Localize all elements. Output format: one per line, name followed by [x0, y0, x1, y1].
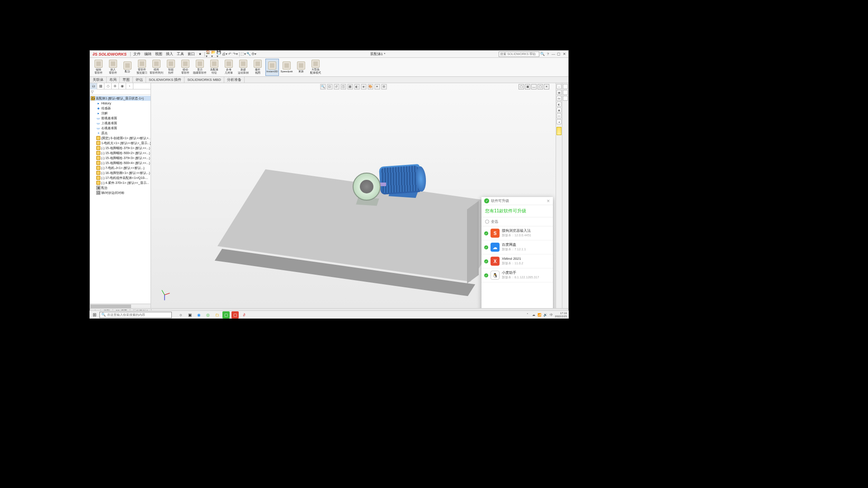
start-button[interactable]: ⊞	[91, 312, 98, 318]
tree-root[interactable]: 🗀装配体1 (默认<默认_显示状态-1>)	[90, 96, 151, 101]
tree-part-6[interactable]: (-) 7-电机-J<1> (默认<<默认...)	[95, 165, 151, 170]
hud-hideshow-icon[interactable]: 👁	[361, 84, 366, 89]
qat-options-icon[interactable]: ⚙▾	[251, 52, 257, 57]
tree-part-2[interactable]: (-) 15-地脚螺栓-379<1> (默认<<...)	[95, 145, 151, 150]
taskbar-explorer-icon[interactable]: 🗀	[213, 311, 221, 319]
hud-viewsetting-icon[interactable]: ⚙	[381, 84, 387, 89]
qat-print-icon[interactable]: 🖨▾	[222, 52, 227, 57]
tree-origin[interactable]: ⌖原点	[95, 131, 151, 136]
taskbar-app-4-icon[interactable]: ▢	[231, 311, 239, 319]
popup-select-all[interactable]: 全选	[481, 217, 553, 226]
popup-item-2[interactable]: ✓ X XMind 2021新版本：11.0.2	[481, 254, 553, 268]
cm-tab-5[interactable]: SOLIDWORKS MBD	[184, 77, 224, 83]
tree-sensors[interactable]: ◈传感器	[95, 106, 151, 111]
hud-displaystyle-icon[interactable]: ◐	[354, 84, 359, 89]
qat-rebuild-icon[interactable]: 🔧	[246, 52, 251, 57]
ribbon-btn-12[interactable]: Instant3D	[265, 59, 279, 76]
ribbon-btn-0[interactable]: 编辑 零部件	[92, 59, 105, 76]
vp-1-icon[interactable]: ▢	[519, 84, 524, 89]
menu-window[interactable]: 窗口	[186, 52, 197, 56]
menu-view[interactable]: 视图	[153, 52, 164, 56]
cm-tab-2[interactable]: 草图	[120, 77, 133, 83]
ribbon-btn-11[interactable]: 爆炸 视图	[251, 59, 264, 76]
tree-front-pl[interactable]: ▭前视基准面	[95, 116, 151, 121]
hud-editappear-icon[interactable]: 🎨	[368, 84, 373, 89]
menu-edit[interactable]: 编辑	[142, 52, 153, 56]
taskbar-search-input[interactable]	[107, 313, 170, 316]
fm-tab-other-icon[interactable]: ◉	[119, 83, 126, 89]
coordinate-triad[interactable]	[159, 289, 170, 300]
fm-tab-config-icon[interactable]: ◇	[104, 83, 112, 89]
tray-cloud-icon[interactable]: ☁	[531, 313, 536, 317]
window-maximize-button[interactable]: ▢	[557, 52, 561, 56]
tree-part-8[interactable]: (-) 17-电机组件装配体<1>/Q10-...	[95, 175, 151, 180]
vp-close-icon[interactable]: ✕	[544, 84, 549, 89]
ribbon-btn-14[interactable]: 更新	[294, 59, 308, 76]
taskbar-edge-icon[interactable]: ◉	[195, 311, 203, 319]
vp-max-icon[interactable]: ▢	[538, 84, 543, 89]
qat-open-icon[interactable]: 📂▾	[211, 52, 217, 57]
popup-close-button[interactable]: ✕	[547, 199, 550, 203]
taskbar-search[interactable]: 🔍	[99, 312, 172, 318]
tree-part-7[interactable]: (-) 16-地脚垫圈<1> (默认<<默认...)	[95, 170, 151, 175]
hud-applyscene-icon[interactable]: ✦	[374, 84, 380, 89]
cm-tab-6[interactable]: 分析准备	[224, 77, 245, 83]
fm-tab-display-icon[interactable]: ⊕	[112, 83, 119, 89]
cm-tab-3[interactable]: 评估	[133, 77, 146, 83]
menu-tools[interactable]: 工具	[175, 52, 186, 56]
tree-annot[interactable]: ▸注解	[95, 111, 151, 116]
ribbon-btn-6[interactable]: 移动 零部件	[179, 59, 192, 76]
ribbon-btn-8[interactable]: 装配体 特征	[208, 59, 221, 76]
tpo-icon-3[interactable]	[563, 96, 568, 101]
qat-save-icon[interactable]: 💾▾	[217, 52, 222, 57]
graphics-viewport[interactable]: 🔍 ⊡ ↺ ◫ ▦ ◐ 👁 🎨 ✦ ⚙ ▢ ▣ — ▢ ✕	[151, 83, 556, 308]
check-icon[interactable]: ✓	[484, 231, 488, 235]
qat-redo-icon[interactable]: ↷▾	[233, 52, 238, 57]
tp-view-icon[interactable]: ◐	[557, 102, 561, 107]
check-icon[interactable]: ✓	[484, 259, 488, 263]
qat-select-icon[interactable]: ⬚▾	[241, 52, 246, 57]
fm-tab-tree-icon[interactable]: 🗂	[90, 83, 97, 89]
fm-tab-property-icon[interactable]: ▦	[97, 83, 104, 89]
ribbon-btn-15[interactable]: 大型装 配体模式	[309, 59, 322, 76]
fm-scrollbar[interactable]	[90, 304, 151, 308]
tree-part-9[interactable]: (-) 4-紧件-370<1> (默认<<_显示...	[95, 180, 151, 185]
hud-zoomfit-icon[interactable]: 🔍	[320, 84, 326, 89]
popup-item-3[interactable]: ✓ 🐧 小度助手新版本：8.1.122.1285.317	[481, 268, 553, 282]
menu-file[interactable]: 文件	[132, 52, 142, 56]
cm-tab-0[interactable]: 关联体	[90, 77, 107, 83]
qat-undo-icon[interactable]: ↶	[227, 52, 233, 57]
window-minimize-button[interactable]: —	[551, 52, 556, 56]
tp-explorer-icon[interactable]: 🗀	[557, 96, 561, 101]
vp-min-icon[interactable]: —	[531, 84, 537, 89]
tp-appear-icon[interactable]: ◉	[557, 108, 561, 113]
taskbar-clock[interactable]: 17:16 2022/2/25	[555, 312, 567, 318]
popup-item-1[interactable]: ✓ ☁ 百度网盘新版本：7.12.1.1	[481, 240, 553, 254]
hud-prevview-icon[interactable]: ↺	[334, 84, 339, 89]
check-icon[interactable]: ✓	[484, 273, 488, 277]
tree-top-pl[interactable]: ▭上视基准面	[95, 121, 151, 126]
hud-section-icon[interactable]: ◫	[340, 84, 346, 89]
window-close-button[interactable]: ✕	[562, 52, 566, 56]
tree-part-5[interactable]: (-) 15-地脚螺栓-500<4> (默认<<...)	[95, 160, 151, 165]
tree-right-pl[interactable]: ▭右视基准面	[95, 126, 151, 131]
check-icon[interactable]: ✓	[484, 245, 488, 249]
tree-mates[interactable]: ⊗配合	[95, 185, 151, 190]
menu-help[interactable]: ★	[197, 52, 203, 56]
tree-part-3[interactable]: (-) 15-地脚螺栓-500<2> (默认<<...)	[95, 150, 151, 155]
task-view-icon[interactable]: ○	[177, 311, 184, 319]
tree-part-4[interactable]: (-) 15-地脚螺栓-379<3> (默认<<...)	[95, 155, 151, 160]
hud-zoomarea-icon[interactable]: ⊡	[327, 84, 332, 89]
tree-mategrp[interactable]: ⊡轴/对折边转对称	[95, 190, 151, 195]
help-search-input[interactable]	[499, 52, 539, 57]
tray-wifi-icon[interactable]: 📶	[537, 313, 542, 317]
ribbon-btn-3[interactable]: 零部件 预览窗口	[135, 59, 149, 76]
tpo-icon-2[interactable]	[563, 90, 568, 95]
ribbon-btn-4[interactable]: 线性 零部件阵列	[150, 59, 163, 76]
taskbar-solidworks-icon[interactable]: ∂	[241, 311, 248, 319]
ribbon-btn-9[interactable]: 参考 几何体	[222, 59, 236, 76]
tray-volume-icon[interactable]: 🔊	[543, 313, 547, 317]
qat-new-icon[interactable]: 🏠▾	[206, 52, 211, 57]
taskbar-app-2-icon[interactable]: ◎	[204, 311, 212, 319]
vp-2-icon[interactable]: ▣	[525, 84, 530, 89]
